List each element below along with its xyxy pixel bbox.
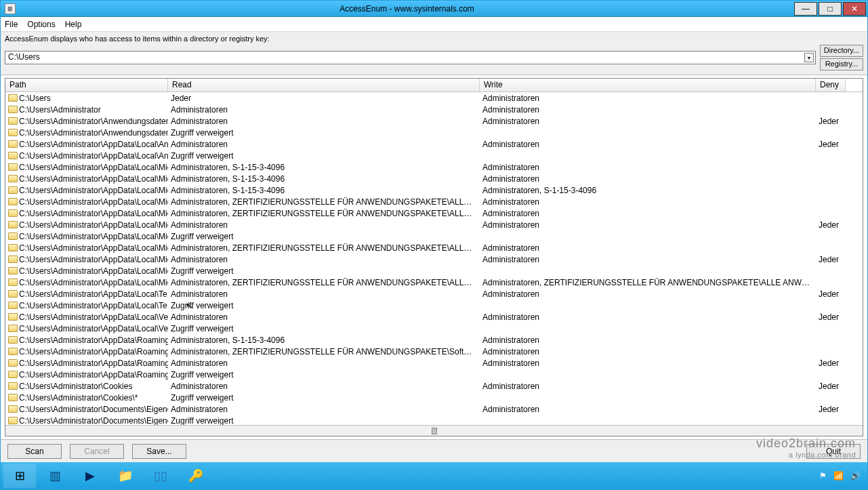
cell-path: C:\Users\Administrator\AppData\Local\Ver… bbox=[19, 324, 168, 333]
cell-write: Administratoren bbox=[480, 382, 816, 391]
table-row[interactable]: C:\Users\Administrator\AppData\Local\Mic… bbox=[5, 196, 863, 207]
table-row[interactable]: C:\Users\Administrator\AppData\Roaming\.… bbox=[5, 334, 863, 346]
folder-icon bbox=[8, 221, 18, 228]
save-button[interactable]: Save... bbox=[132, 444, 186, 459]
directory-button[interactable]: Directory... bbox=[820, 45, 863, 57]
cell-read: Jeder bbox=[168, 94, 480, 103]
path-input[interactable]: C:\Users ▾ bbox=[5, 51, 816, 64]
cell-path: C:\Users\Administrator\AppData\Local\Mic… bbox=[19, 220, 168, 230]
cell-path: C:\Users\Administrator\AppData\Local\Mic… bbox=[19, 232, 168, 241]
table-row[interactable]: C:\UsersJederAdministratoren bbox=[5, 92, 863, 104]
taskbar-servers[interactable]: ▯▯ bbox=[144, 464, 177, 488]
cell-path: C:\Users\Administrator\AppData\Local\Mic… bbox=[19, 209, 168, 218]
minimize-button[interactable]: — bbox=[794, 2, 817, 16]
table-row[interactable]: C:\Users\Administrator\AppData\Local\Mic… bbox=[5, 173, 863, 184]
cell-read: Administratoren bbox=[168, 359, 480, 368]
folder-icon bbox=[8, 359, 18, 367]
taskbar-server-manager[interactable]: ▥ bbox=[39, 464, 71, 488]
table-row[interactable]: C:\Users\Administrator\AppData\Local\Ver… bbox=[5, 323, 863, 334]
cell-read: Zugriff verweigert bbox=[168, 266, 480, 276]
table-row[interactable]: C:\Users\AdministratorAdministratorenAdm… bbox=[5, 104, 863, 115]
quit-button[interactable]: Quit bbox=[806, 444, 861, 459]
cell-write: Administratoren, ZERTIFIZIERUNGSSTELLE F… bbox=[480, 278, 816, 287]
taskbar-explorer[interactable]: 📁 bbox=[109, 464, 142, 488]
table-row[interactable]: C:\Users\Administrator\AppData\Local\Mic… bbox=[5, 230, 863, 242]
cell-read: Administratoren, ZERTIFIZIERUNGSSTELLE F… bbox=[168, 209, 480, 218]
server-manager-icon: ▥ bbox=[47, 468, 63, 484]
list-body[interactable]: C:\UsersJederAdministratorenC:\Users\Adm… bbox=[5, 92, 863, 425]
menu-file[interactable]: File bbox=[5, 20, 18, 29]
cell-path: C:\Users\Administrator\AppData\Local\Mic… bbox=[19, 243, 168, 253]
cell-read: Administratoren bbox=[168, 140, 480, 149]
table-row[interactable]: C:\Users\Administrator\AppData\Local\An.… bbox=[5, 150, 863, 161]
table-row[interactable]: C:\Users\Administrator\AppData\Local\Mic… bbox=[5, 161, 863, 173]
cell-read: Zugriff verweigert bbox=[168, 128, 480, 138]
folder-icon bbox=[8, 175, 18, 182]
table-row[interactable]: C:\Users\Administrator\AppData\Local\Mic… bbox=[5, 207, 863, 219]
taskbar-accessenum[interactable]: 🔑 bbox=[180, 464, 212, 488]
col-write[interactable]: Write bbox=[480, 79, 816, 91]
table-row[interactable]: C:\Users\Administrator\Documents\Eigene … bbox=[5, 403, 863, 415]
cancel-button[interactable]: Cancel bbox=[70, 444, 124, 459]
cell-write: Administratoren bbox=[480, 405, 816, 414]
table-row[interactable]: C:\Users\Administrator\CookiesAdministra… bbox=[5, 380, 863, 392]
menu-help[interactable]: Help bbox=[65, 20, 82, 29]
table-row[interactable]: C:\Users\Administrator\AppData\Local\Mic… bbox=[5, 219, 863, 230]
folder-icon bbox=[8, 417, 18, 424]
path-buttons: Directory... Registry... bbox=[820, 45, 863, 70]
folder-icon bbox=[8, 106, 18, 113]
folder-icon: 📁 bbox=[117, 468, 133, 484]
cell-deny: Jeder bbox=[816, 359, 846, 368]
table-row[interactable]: C:\Users\Administrator\Cookies\*Zugriff … bbox=[5, 392, 863, 403]
cell-deny: Jeder bbox=[816, 140, 846, 149]
cell-write: Administratoren bbox=[480, 163, 816, 172]
table-row[interactable]: C:\Users\Administrator\AppData\Local\Mic… bbox=[5, 242, 863, 253]
cell-path: C:\Users\Administrator\AppData\Local\Mic… bbox=[19, 186, 168, 195]
path-value: C:\Users bbox=[8, 52, 40, 62]
table-row[interactable]: C:\Users\Administrator\AppData\Local\Mic… bbox=[5, 253, 863, 265]
cell-path: C:\Users\Administrator\AppData\Local\Te.… bbox=[19, 289, 168, 299]
cell-read: Administratoren bbox=[168, 255, 480, 264]
system-tray[interactable]: ⚑ 📶 🔊 bbox=[819, 471, 867, 481]
registry-button[interactable]: Registry... bbox=[820, 58, 863, 70]
table-row[interactable]: C:\Users\Administrator\Documents\Eigene … bbox=[5, 415, 863, 425]
horizontal-scrollbar-thumb[interactable] bbox=[432, 428, 437, 434]
col-deny[interactable]: Deny bbox=[816, 79, 846, 91]
cell-read: Administratoren bbox=[168, 105, 480, 115]
taskbar-powershell[interactable]: ▶ bbox=[74, 464, 106, 488]
col-read[interactable]: Read bbox=[168, 79, 480, 91]
menu-options[interactable]: Options bbox=[27, 20, 55, 29]
cell-write: Administratoren bbox=[480, 197, 816, 207]
scan-button[interactable]: Scan bbox=[7, 444, 62, 459]
cell-read: Administratoren, S-1-15-3-4096 bbox=[168, 174, 480, 184]
cell-path: C:\Users\Administrator\AppData\Local\Mic… bbox=[19, 278, 168, 287]
cell-write: Administratoren bbox=[480, 220, 816, 230]
menu-bar: File Options Help bbox=[1, 17, 867, 32]
folder-icon bbox=[8, 232, 18, 240]
table-row[interactable]: C:\Users\Administrator\AppData\Roaming\.… bbox=[5, 346, 863, 357]
cell-path: C:\Users\Administrator\AppData\Local\An.… bbox=[19, 140, 168, 149]
col-path[interactable]: Path bbox=[5, 79, 168, 91]
table-row[interactable]: C:\Users\Administrator\AppData\Local\Te.… bbox=[5, 300, 863, 311]
close-button[interactable]: ✕ bbox=[843, 2, 866, 16]
folder-icon bbox=[8, 163, 18, 171]
cell-read: Zugriff verweigert bbox=[168, 301, 480, 310]
cell-write: Administratoren bbox=[480, 174, 816, 184]
table-row[interactable]: C:\Users\Administrator\Anwendungsdaten\*… bbox=[5, 127, 863, 138]
table-row[interactable]: C:\Users\Administrator\AppData\Local\Mic… bbox=[5, 265, 863, 277]
cell-deny: Jeder bbox=[816, 255, 846, 264]
horizontal-scrollbar[interactable] bbox=[5, 425, 863, 436]
cell-path: C:\Users\Administrator\AppData\Local\Mic… bbox=[19, 266, 168, 276]
table-row[interactable]: C:\Users\Administrator\AnwendungsdatenAd… bbox=[5, 115, 863, 127]
path-dropdown-icon[interactable]: ▾ bbox=[804, 53, 814, 62]
table-row[interactable]: C:\Users\Administrator\AppData\Roaming\.… bbox=[5, 357, 863, 369]
start-button[interactable]: ⊞ bbox=[3, 464, 36, 488]
table-row[interactable]: C:\Users\Administrator\AppData\Local\Ver… bbox=[5, 311, 863, 323]
table-row[interactable]: C:\Users\Administrator\AppData\Local\Mic… bbox=[5, 184, 863, 196]
folder-icon bbox=[8, 325, 18, 332]
table-row[interactable]: C:\Users\Administrator\AppData\Local\An.… bbox=[5, 138, 863, 150]
table-row[interactable]: C:\Users\Administrator\AppData\Roaming\.… bbox=[5, 369, 863, 380]
table-row[interactable]: C:\Users\Administrator\AppData\Local\Mic… bbox=[5, 277, 863, 288]
maximize-button[interactable]: □ bbox=[819, 2, 842, 16]
table-row[interactable]: C:\Users\Administrator\AppData\Local\Te.… bbox=[5, 288, 863, 300]
